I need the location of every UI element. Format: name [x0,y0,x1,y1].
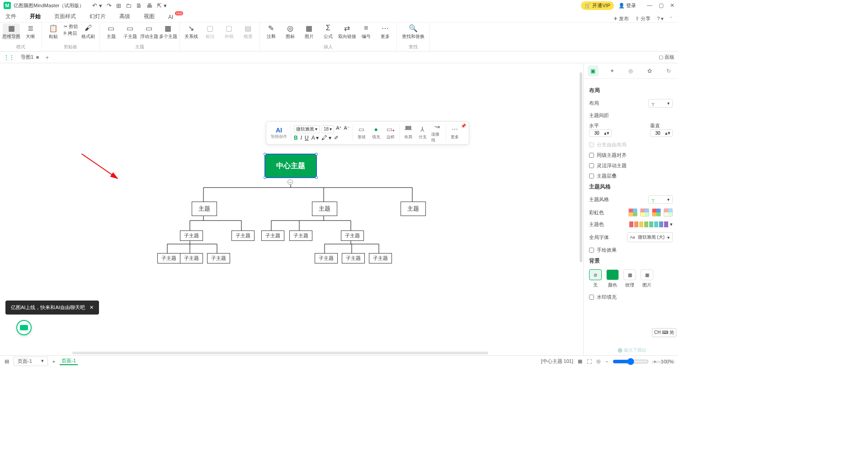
subtopic[interactable]: 子主题 [342,253,365,263]
subtopic[interactable]: 子主题 [231,230,255,241]
view-grid-icon[interactable]: ▦ [578,358,582,364]
panel-toggle[interactable]: ▢ 面板 [659,54,675,61]
export-icon[interactable]: ⇱ ▾ [157,2,167,9]
close-icon[interactable]: ✕ [670,2,675,9]
save-icon[interactable]: 🗎 [136,2,142,9]
chk-hand[interactable]: 手绘效果 [589,247,673,254]
subtopic[interactable]: 子主题 [261,230,284,241]
copy-button[interactable]: ⎘ 拷贝 [64,30,78,37]
font-family-select[interactable]: 微软雅黑 ▾ [294,125,320,133]
font-color-button[interactable]: A ▾ [311,135,319,141]
clear-format-button[interactable]: ✐ [334,135,339,141]
subtopic[interactable]: 子主题 [315,253,338,263]
ai-fab-button[interactable] [16,320,32,335]
canvas[interactable]: 📌 AI智能创作 微软雅黑 ▾ 18 ▾ A⁺ A⁻ B I U A ▾ 🖍 ▾… [0,63,583,355]
subtopic-button[interactable]: ▭子主题 [122,24,139,40]
more-insert-button[interactable]: ⋯更多 [377,24,394,40]
collapse-handle[interactable]: – [288,179,293,185]
paste-button[interactable]: 📋粘贴 [45,24,62,40]
rtab-icon[interactable]: ✿ [644,66,655,76]
chk-watermark[interactable]: 水印填充 [589,294,673,301]
underline-button[interactable]: U [305,135,309,141]
mode-outline[interactable]: ≣大纲 [22,24,39,40]
ft-branch[interactable]: ⅄分支 [417,126,429,140]
rtab-page[interactable]: ▣ [588,66,599,76]
numbering-button[interactable]: ≡编号 [358,24,375,40]
topic-3[interactable]: 主题 [401,202,426,216]
topic-2[interactable]: 主题 [312,202,337,216]
ft-fill[interactable]: ●填充 [370,126,382,140]
format-painter-button[interactable]: 🖌格式刷 [80,24,97,40]
maximize-icon[interactable]: ▢ [659,2,664,9]
bg-texture[interactable]: ▩纹理 [623,269,636,288]
minimize-icon[interactable]: — [647,2,652,9]
cut-button[interactable]: ✂ 剪切 [64,24,78,30]
bg-none[interactable]: ⊘无 [589,269,602,288]
add-page-button[interactable]: + [52,359,55,364]
menu-advanced[interactable]: 高级 [119,13,130,22]
menu-ai[interactable]: AI [168,14,173,22]
new-icon[interactable]: ⊞ [116,2,121,9]
ft-layout[interactable]: ᚙ布局 [402,126,414,140]
redo-icon[interactable]: ↷ [107,2,112,9]
vspacing-input[interactable]: ▴▾ [650,129,673,137]
vertical-scrollbar[interactable] [580,63,583,355]
ft-connector[interactable]: ↝连接线 [431,123,443,143]
open-icon[interactable]: 🗀 [126,2,132,9]
style-select[interactable]: ┬ ▾ [648,195,673,204]
chk-overlap[interactable]: 主题层叠 [589,173,673,179]
toast-close-icon[interactable]: ✕ [90,305,94,310]
formula-button[interactable]: Σ公式 [320,24,337,40]
menu-view[interactable]: 视图 [144,13,155,22]
floating-topic-button[interactable]: ▭浮动主题 [141,24,158,40]
multi-topic-button[interactable]: ▦多个主题 [160,24,177,40]
pages-icon[interactable]: ▤ [5,358,9,364]
subtopic[interactable]: 子主题 [180,253,203,263]
subtopic[interactable]: 子主题 [180,230,203,241]
bg-color[interactable]: 颜色 [606,269,619,288]
rtab-history[interactable]: ↻ [663,66,674,76]
vip-button[interactable]: 🛒 开通VIP [581,1,614,10]
view-fit-icon[interactable]: ⛶ [587,359,592,364]
view-center-icon[interactable]: ◎ [596,358,601,364]
horizontal-scrollbar[interactable] [72,352,488,355]
global-font-select[interactable]: Aa微软雅黑 (大) ▾ [627,232,673,242]
note-button[interactable]: ✎注释 [263,24,280,40]
undo-icon[interactable]: ↶ ▾ [92,2,102,9]
page-tab[interactable]: 页面-1 [60,357,78,365]
iconset-button[interactable]: ◎图标 [282,24,299,40]
chk-float[interactable]: 灵活浮动主题 [589,162,673,169]
topic-button[interactable]: ▭主题 [103,24,120,40]
topic-1[interactable]: 主题 [192,202,217,216]
layout-select[interactable]: ┬ ▾ [648,99,673,108]
menu-file[interactable]: 文件 [5,13,16,22]
doc-grip-icon[interactable]: ⋮⋮ [4,54,14,61]
font-grow-icon[interactable]: A⁺ [336,125,342,133]
font-shrink-icon[interactable]: A⁻ [344,125,349,133]
image-button[interactable]: ▦图片 [301,24,318,40]
rtab-theme[interactable]: ◎ [625,66,636,76]
theme-color-palette[interactable] [629,221,668,227]
ft-more[interactable]: ⋯更多 [449,126,461,140]
italic-button[interactable]: I [301,135,302,141]
share-button[interactable]: ⇪ 分享 [635,15,651,22]
subtopic[interactable]: 子主题 [207,253,230,263]
menu-pagestyle[interactable]: 页面样式 [54,13,76,22]
print-icon[interactable]: 🖶 [146,2,152,9]
help-icon[interactable]: ? ▾ [657,16,664,22]
hspacing-input[interactable]: ▴▾ [589,129,612,137]
ft-border[interactable]: ▭●边框 [385,126,396,140]
add-tab-button[interactable]: + [45,54,49,61]
find-replace-button[interactable]: 🔍查找和替换 [400,24,427,40]
subtopic[interactable]: 子主题 [157,253,180,263]
rainbow-presets[interactable] [628,208,673,216]
bold-button[interactable]: B [294,135,298,141]
zoom-out-button[interactable]: − [605,359,608,364]
bilink-button[interactable]: ⇄双向链接 [339,24,356,40]
rtab-style[interactable]: ✦ [607,66,618,76]
subtopic[interactable]: 子主题 [289,230,312,241]
subtopic[interactable]: 子主题 [369,253,392,263]
zoom-slider[interactable] [613,358,649,365]
zoom-in-button[interactable]: + [653,359,656,364]
ft-ai-button[interactable]: AI智能创作 [270,127,288,140]
